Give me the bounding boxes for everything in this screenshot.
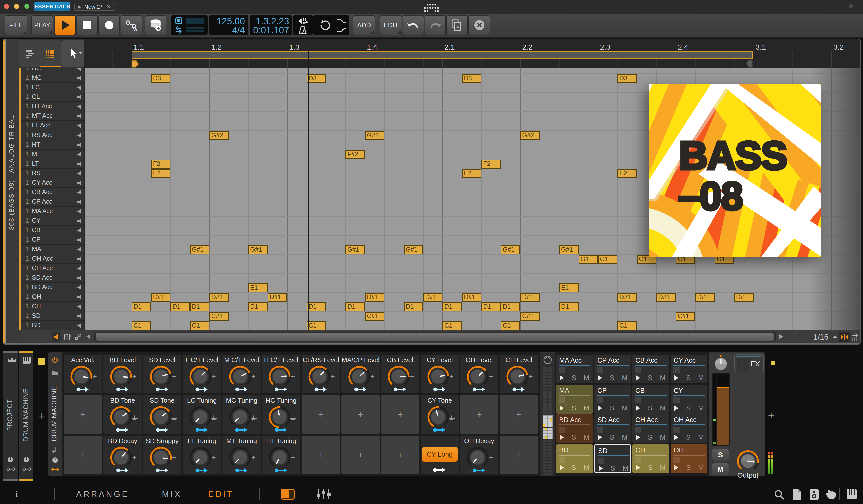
svg-text:–08: –08 bbox=[678, 174, 742, 218]
svg-text:BASS: BASS bbox=[679, 134, 787, 177]
svg-text:w: w bbox=[133, 27, 137, 32]
